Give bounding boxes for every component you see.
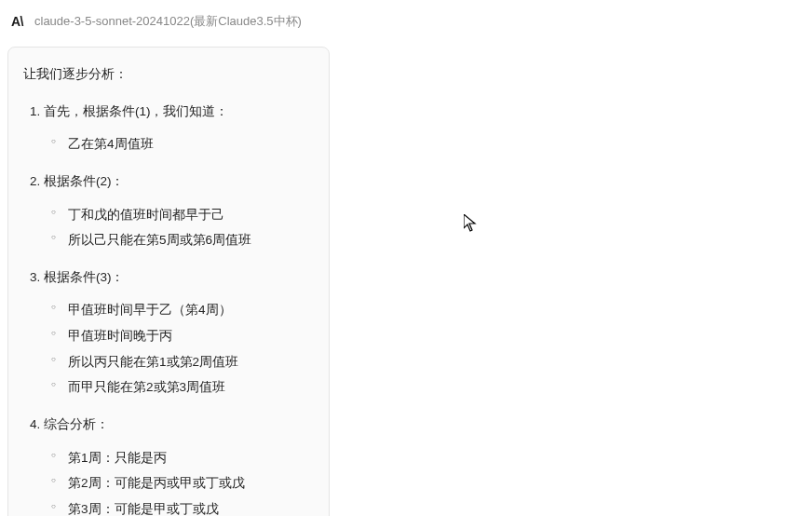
response-box: 让我们逐步分析： 首先，根据条件(1)，我们知道： 乙在第4周值班 根据条件(2… [7, 47, 330, 516]
list-item: 根据条件(2)： 丁和戊的值班时间都早于己 所以己只能在第5周或第6周值班 [44, 170, 314, 252]
sub-item: 而甲只能在第2或第3周值班 [68, 375, 314, 400]
sub-item: 丁和戊的值班时间都早于己 [68, 203, 314, 227]
sub-item: 乙在第4周值班 [68, 132, 314, 156]
model-name: claude-3-5-sonnet-20241022(最新Claude3.5中杯… [34, 13, 302, 30]
sub-list: 甲值班时间早于乙（第4周） 甲值班时间晚于丙 所以丙只能在第1或第2周值班 而甲… [44, 298, 314, 400]
sub-item: 第2周：可能是丙或甲或丁或戊 [68, 471, 314, 496]
item-title: 综合分析： [44, 417, 109, 431]
anthropic-logo: A\ [11, 14, 23, 29]
item-title: 根据条件(2)： [44, 174, 125, 188]
list-item: 根据条件(3)： 甲值班时间早于乙（第4周） 甲值班时间晚于丙 所以丙只能在第1… [44, 265, 314, 400]
item-title: 根据条件(3)： [44, 270, 125, 284]
sub-item: 所以丙只能在第1或第2周值班 [68, 350, 314, 374]
sub-list: 第1周：只能是丙 第2周：可能是丙或甲或丁或戊 第3周：可能是甲或丁或戊 第4周… [44, 446, 314, 516]
sub-item: 第1周：只能是丙 [68, 446, 314, 470]
header: A\ claude-3-5-sonnet-20241022(最新Claude3.… [0, 0, 812, 47]
sub-list: 乙在第4周值班 [44, 132, 314, 156]
sub-item: 甲值班时间晚于丙 [68, 324, 314, 348]
item-title: 首先，根据条件(1)，我们知道： [44, 104, 229, 118]
list-item: 首先，根据条件(1)，我们知道： 乙在第4周值班 [44, 100, 314, 156]
sub-item: 甲值班时间早于乙（第4周） [68, 298, 314, 322]
response-intro: 让我们逐步分析： [23, 62, 314, 87]
list-item: 综合分析： 第1周：只能是丙 第2周：可能是丙或甲或丁或戊 第3周：可能是甲或丁… [44, 413, 314, 516]
sub-list: 丁和戊的值班时间都早于己 所以己只能在第5周或第6周值班 [44, 203, 314, 252]
analysis-list: 首先，根据条件(1)，我们知道： 乙在第4周值班 根据条件(2)： 丁和戊的值班… [23, 100, 314, 516]
cursor-icon [464, 214, 479, 233]
sub-item: 第3周：可能是甲或丁或戊 [68, 497, 314, 516]
sub-item: 所以己只能在第5周或第6周值班 [68, 228, 314, 252]
